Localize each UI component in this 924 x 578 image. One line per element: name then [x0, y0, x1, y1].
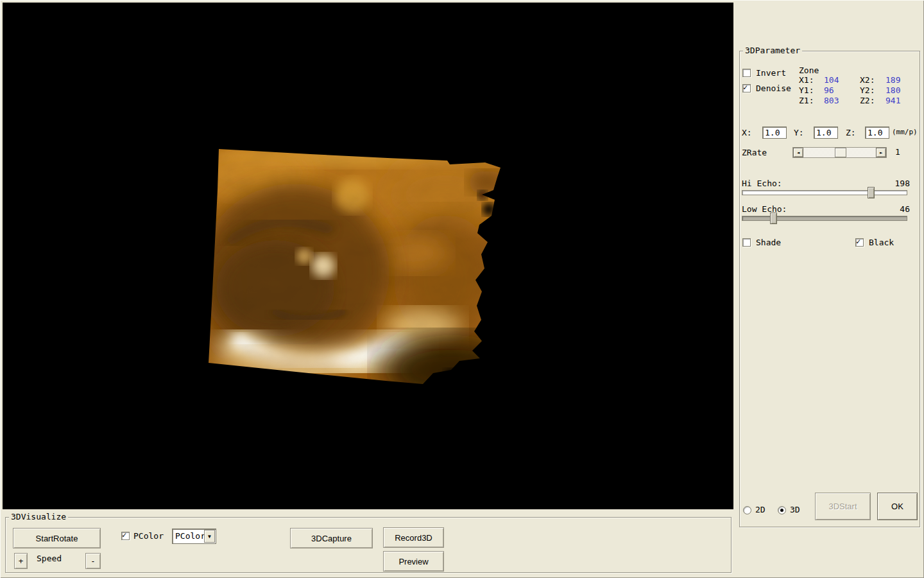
- pcolor-dropdown[interactable]: PColor ▼: [172, 529, 216, 544]
- y-scale-input[interactable]: [814, 127, 838, 139]
- x-scale-input[interactable]: [762, 127, 787, 139]
- check-icon: ✓: [856, 237, 860, 246]
- zone-y1-value: 96: [824, 86, 834, 95]
- low-echo-slider[interactable]: [742, 216, 907, 221]
- app-window: 3DParameter Invert ✓ Denoise Zone X1: 10…: [0, 0, 924, 578]
- black-checkbox[interactable]: ✓: [855, 238, 864, 247]
- zrate-scrollbar[interactable]: ◄ ►: [792, 147, 887, 158]
- render-3d-volume: [3, 3, 733, 509]
- mode-3d-label: 3D: [790, 505, 800, 514]
- pcolor-checkbox[interactable]: ✓: [121, 532, 130, 540]
- chevron-down-icon[interactable]: ▼: [204, 530, 215, 543]
- ok-button[interactable]: OK: [877, 493, 918, 520]
- speed-label: Speed: [37, 554, 62, 563]
- zrate-scroll-right-arrow-icon[interactable]: ►: [876, 148, 886, 157]
- x-scale-label: X:: [742, 128, 752, 137]
- zone-x1-value: 104: [824, 76, 839, 85]
- zone-x2-value: 189: [886, 76, 900, 85]
- denoise-checkbox[interactable]: ✓: [742, 84, 751, 92]
- check-icon: ✓: [743, 83, 748, 92]
- zone-y2-label: Y2:: [860, 86, 875, 95]
- zone-z2-label: Z2:: [860, 96, 875, 105]
- visualize-group-title: 3DVisualize: [9, 512, 68, 521]
- zone-x1-label: X1:: [799, 76, 814, 85]
- black-label: Black: [869, 238, 894, 247]
- zone-title: Zone: [799, 66, 819, 75]
- parameter-groupbox: 3DParameter: [739, 51, 920, 527]
- zone-y1-label: Y1:: [799, 86, 814, 95]
- low-echo-label: Low Echo:: [742, 205, 787, 214]
- render-viewport[interactable]: [3, 3, 733, 509]
- scale-unit-label: (mm/p): [892, 128, 918, 137]
- hi-echo-slider-thumb[interactable]: [868, 187, 875, 198]
- hi-echo-label: Hi Echo:: [742, 179, 782, 188]
- zone-x2-label: X2:: [860, 76, 875, 85]
- invert-checkbox[interactable]: [742, 69, 751, 77]
- record3d-button[interactable]: Record3D: [383, 527, 444, 548]
- 3dcapture-button[interactable]: 3DCapture: [290, 528, 373, 548]
- denoise-label: Denoise: [756, 84, 791, 93]
- 3dstart-button[interactable]: 3DStart: [815, 493, 871, 520]
- preview-button[interactable]: Preview: [383, 551, 444, 572]
- zrate-scroll-thumb[interactable]: [835, 148, 846, 157]
- speed-plus-button[interactable]: +: [14, 553, 28, 569]
- start-rotate-button[interactable]: StartRotate: [13, 528, 101, 548]
- pcolor-dropdown-value: PColor: [175, 531, 205, 541]
- z-scale-label: Z:: [846, 128, 856, 137]
- mode-2d-label: 2D: [755, 505, 766, 514]
- invert-label: Invert: [756, 69, 786, 78]
- mode-2d-radio[interactable]: [743, 506, 751, 514]
- zone-z1-value: 803: [824, 96, 839, 105]
- low-echo-value: 46: [884, 205, 910, 214]
- hi-echo-slider[interactable]: [742, 190, 907, 195]
- pcolor-label: PColor: [133, 532, 164, 541]
- check-icon: ✓: [122, 530, 126, 539]
- shade-label: Shade: [756, 238, 781, 247]
- mode-3d-radio[interactable]: [778, 506, 786, 514]
- zrate-scroll-left-arrow-icon[interactable]: ◄: [793, 148, 803, 157]
- low-echo-slider-thumb[interactable]: [770, 213, 777, 224]
- zone-z1-label: Z1:: [799, 96, 814, 105]
- y-scale-label: Y:: [794, 128, 804, 137]
- zone-y2-value: 180: [886, 86, 900, 95]
- zone-z2-value: 941: [886, 96, 900, 105]
- z-scale-input[interactable]: [865, 127, 889, 139]
- zrate-value: 1: [895, 148, 900, 157]
- parameter-group-title: 3DParameter: [743, 46, 802, 55]
- hi-echo-value: 198: [884, 179, 910, 188]
- shade-checkbox[interactable]: [742, 238, 751, 247]
- speed-minus-button[interactable]: -: [85, 553, 101, 569]
- zrate-label: ZRate: [742, 148, 767, 157]
